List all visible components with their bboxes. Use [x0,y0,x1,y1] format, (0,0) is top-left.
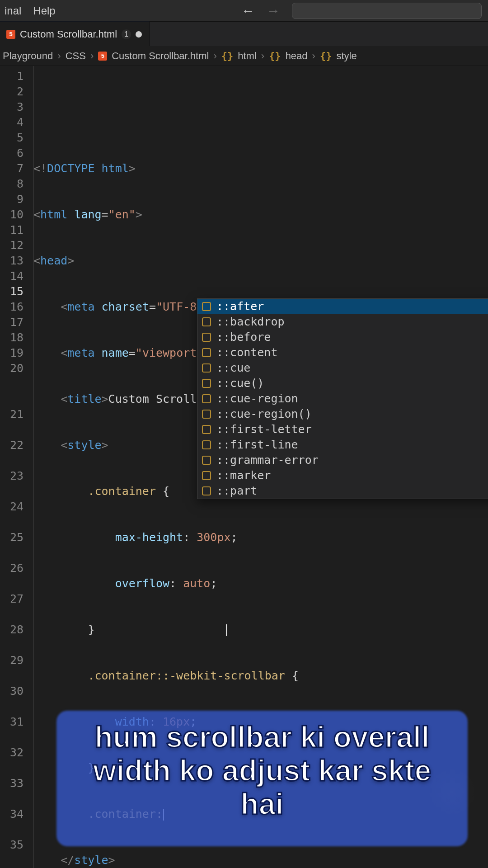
line-number: 34 [0,807,23,837]
breadcrumb-part[interactable]: CSS [66,50,86,62]
property-icon [202,486,211,495]
suggest-item-label: ::grammar-error [216,453,319,468]
chevron-right-icon: › [90,50,94,62]
breadcrumb-part[interactable]: Custom Scrollbar.html [112,50,209,62]
breadcrumb-part[interactable]: html [238,50,257,62]
line-number: 33 [0,776,23,807]
suggest-item-label: ::marker [216,468,271,483]
text-caret-icon [226,624,227,636]
symbol-icon: {} [269,50,281,61]
nav-area: ← → [241,3,485,19]
line-number: 31 [0,714,23,745]
line-number: 19 [0,345,23,361]
subtitle-background [56,711,468,846]
tab-active[interactable]: 5 Custom Scrollbar.html 1 [0,22,150,46]
property-icon [202,440,211,449]
line-number: 24 [0,499,23,530]
nav-forward-icon[interactable]: → [267,4,280,18]
suggest-item-label: ::part [216,483,257,499]
html-file-icon: 5 [98,52,107,61]
chevron-right-icon: › [261,50,264,62]
line-number: 9 [0,192,23,207]
suggest-item[interactable]: ::cue-region() [197,406,488,422]
line-number: 12 [0,238,23,253]
breadcrumb-part[interactable]: head [286,50,308,62]
line-number: 14 [0,269,23,284]
line-number: 17 [0,315,23,330]
line-number: 32 [0,745,23,776]
suggest-item-label: ::cue-region() [216,406,312,422]
line-number: 1 [0,69,23,84]
suggest-item-label: ::first-letter [216,422,312,437]
suggest-item-label: ::backdrop [216,314,285,330]
line-number: 23 [0,468,23,499]
menu-item-terminal[interactable]: inal [3,3,23,19]
suggest-item[interactable]: ::first-letter [197,422,488,437]
line-number: 15 [0,284,23,299]
menu-bar: inal Help ← → [0,0,488,22]
line-number: 26 [0,561,23,591]
suggest-item[interactable]: ::part [197,483,488,499]
suggest-item-label: ::after [216,299,264,314]
suggest-item-label: ::cue-region [216,391,298,406]
suggest-item[interactable]: ::cue-region [197,391,488,406]
line-number: 18 [0,330,23,345]
line-number: 4 [0,115,23,130]
line-number: 29 [0,653,23,684]
suggest-item[interactable]: ::marker [197,468,488,483]
line-number: 6 [0,146,23,161]
tab-problem-badge: 1 [122,29,131,39]
tab-dirty-indicator-icon [136,31,142,38]
suggest-item[interactable]: ::cue() [197,376,488,391]
property-icon [202,363,211,373]
suggest-item[interactable]: ::grammar-error [197,453,488,468]
suggest-item[interactable]: ::backdrop [197,314,488,330]
breadcrumb-part[interactable]: Playground [3,50,53,62]
nav-back-icon[interactable]: ← [241,4,255,18]
line-number: 25 [0,530,23,561]
property-icon [202,456,211,465]
chevron-right-icon: › [312,50,315,62]
suggest-item[interactable]: ::content [197,345,488,360]
suggest-item-label: ::cue [216,360,250,376]
line-number: 8 [0,176,23,192]
line-number: 28 [0,622,23,653]
line-number: 16 [0,299,23,315]
property-icon [202,379,211,388]
suggest-item[interactable]: ::first-line [197,437,488,453]
suggest-item[interactable]: ::cue [197,360,488,376]
property-icon [202,410,211,419]
line-number: 20 [0,361,23,407]
line-number: 21 [0,407,23,438]
breadcrumb[interactable]: Playground › CSS › 5 Custom Scrollbar.ht… [0,46,488,66]
autocomplete-popup[interactable]: ::after::backdrop::before::content::cue:… [197,298,488,499]
line-number: 7 [0,161,23,176]
line-number: 30 [0,684,23,714]
line-number: 10 [0,207,23,222]
suggest-item[interactable]: ::after [197,299,488,314]
property-icon [202,317,211,326]
symbol-icon: {} [221,50,234,61]
chevron-right-icon: › [57,50,61,62]
suggest-item-label: ::before [216,330,271,345]
line-number: 2 [0,84,23,99]
line-number: 35 [0,837,23,853]
suggest-item[interactable]: ::before [197,330,488,345]
line-number: 22 [0,438,23,468]
menu-item-help[interactable]: Help [31,3,57,19]
suggest-item-label: ::first-line [216,437,298,453]
line-number: 27 [0,591,23,622]
property-icon [202,302,211,311]
tab-filename: Custom Scrollbar.html [20,28,117,40]
line-number: 3 [0,99,23,115]
property-icon [202,425,211,434]
html-file-icon: 5 [6,30,15,39]
property-icon [202,394,211,403]
line-number: 5 [0,130,23,146]
suggest-item-label: ::cue() [216,376,264,391]
line-number: 11 [0,222,23,238]
command-center-search[interactable] [292,3,482,19]
property-icon [202,348,211,357]
chevron-right-icon: › [213,50,216,62]
breadcrumb-part[interactable]: style [336,50,357,62]
